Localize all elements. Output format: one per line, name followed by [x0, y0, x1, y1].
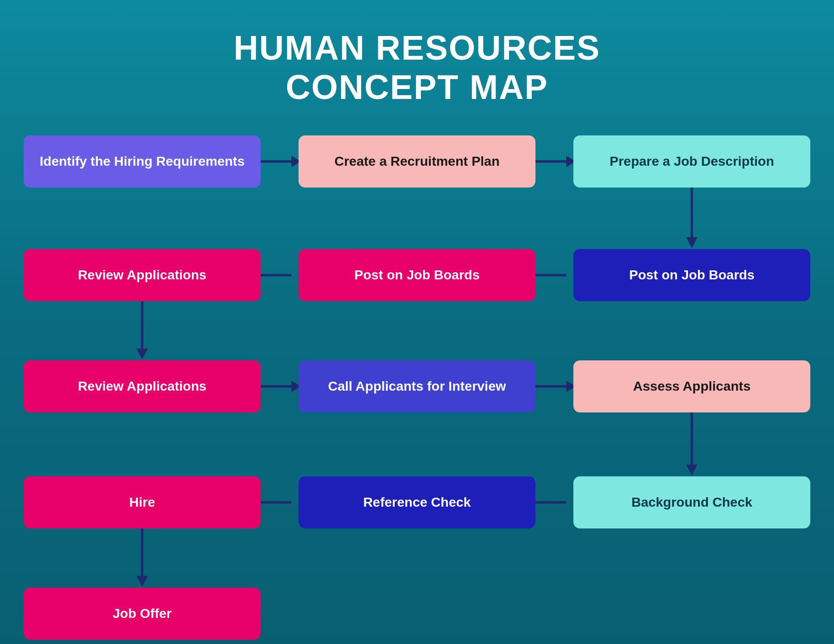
node-review-apps-1: Review Applications [24, 249, 261, 301]
node-review-apps-2: Review Applications [24, 360, 261, 412]
node-hire: Hire [24, 476, 261, 528]
node-job-offer: Job Offer [24, 588, 261, 640]
node-assess-applicants: Assess Applicants [573, 360, 810, 412]
node-reference-check: Reference Check [299, 476, 535, 528]
svg-marker-17 [686, 465, 698, 475]
node-prepare-jd: Prepare a Job Description [573, 135, 810, 188]
svg-marker-5 [686, 237, 698, 248]
title-section: HUMAN RESOURCES CONCEPT MAP [234, 28, 600, 107]
node-post-job-boards-pink: Post on Job Boards [299, 249, 535, 301]
title-line1: HUMAN RESOURCES [234, 29, 600, 67]
svg-marker-11 [136, 349, 148, 359]
svg-marker-23 [136, 576, 148, 587]
node-background-check: Background Check [573, 476, 810, 528]
main-title: HUMAN RESOURCES CONCEPT MAP [234, 28, 600, 107]
diagram-container: Identify the Hiring Requirements Create … [24, 135, 810, 644]
node-identify: Identify the Hiring Requirements [24, 135, 261, 188]
title-line2: CONCEPT MAP [286, 68, 548, 106]
node-call-applicants: Call Applicants for Interview [299, 360, 535, 412]
node-create-plan: Create a Recruitment Plan [299, 135, 535, 188]
node-post-job-boards-blue: Post on Job Boards [573, 249, 810, 301]
